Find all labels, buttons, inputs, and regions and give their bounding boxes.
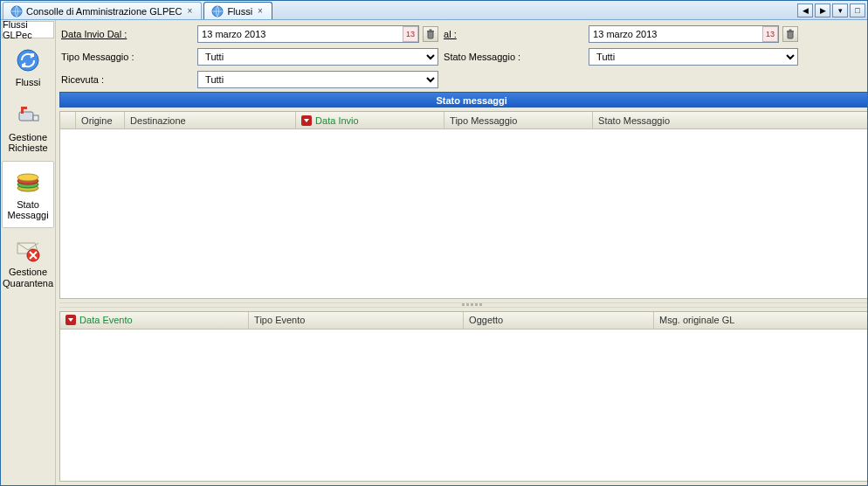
label-ricevuta: Ricevuta : xyxy=(61,74,192,85)
sidebar-item-stato-messaggi[interactable]: Stato Messaggi xyxy=(2,161,54,228)
tab-controls: ◀ ▶ ▾ □ xyxy=(797,3,865,17)
table-bottom-body xyxy=(60,330,868,481)
tab-consolle[interactable]: Consolle di Amministrazione GLPEC × xyxy=(3,2,202,19)
clear-date-from-button[interactable] xyxy=(423,26,438,42)
calendar-icon[interactable]: 13 xyxy=(403,26,418,42)
column-destinazione[interactable]: Destinazione xyxy=(125,112,296,128)
table-top: Origine Destinazione Data Invio Tipo Mes… xyxy=(59,111,868,299)
svg-rect-5 xyxy=(21,107,24,114)
column-data-invio[interactable]: Data Invio xyxy=(296,112,444,128)
sidebar-item-label: Stato Messaggi xyxy=(4,199,52,220)
tab-label: Consolle di Amministrazione GLPEC xyxy=(26,6,183,17)
dropdown-button[interactable]: ▾ xyxy=(832,3,848,17)
globe-icon xyxy=(10,5,23,17)
tab-bar: Consolle di Amministrazione GLPEC × Flus… xyxy=(1,1,867,20)
quarantine-icon xyxy=(14,236,42,264)
label-tipo-messaggio: Tipo Messaggio : xyxy=(61,52,192,62)
scroll-left-button[interactable]: ◀ xyxy=(797,3,813,17)
tables-column: Stato messaggi Origine Destinazione Data… xyxy=(56,92,868,485)
svg-rect-15 xyxy=(789,30,792,31)
column-data-evento[interactable]: Data Evento xyxy=(60,312,249,329)
sidebar-item-flussi[interactable]: Flussi xyxy=(1,39,55,94)
sidebar-item-label: Flussi xyxy=(16,77,41,87)
clear-date-to-button[interactable] xyxy=(782,26,798,42)
sidebar-item-gestione-richieste[interactable]: Gestione Richieste xyxy=(1,94,55,160)
column-origine[interactable]: Origine xyxy=(76,112,125,128)
section-title: Stato messaggi xyxy=(59,92,868,108)
calendar-icon[interactable]: 13 xyxy=(762,26,778,42)
column-tipo-evento[interactable]: Tipo Evento xyxy=(249,312,464,329)
sidebar: Flussi GLPec Flussi Gestione Richieste S… xyxy=(1,20,56,485)
date-from-input[interactable] xyxy=(197,25,419,43)
label-al: al : xyxy=(444,29,583,39)
svg-rect-6 xyxy=(24,107,27,109)
column-spacer[interactable] xyxy=(60,112,76,128)
column-tipo-messaggio[interactable]: Tipo Messaggio xyxy=(444,112,593,128)
svg-rect-12 xyxy=(427,31,434,32)
globe-icon xyxy=(211,5,224,17)
tab-label: Flussi xyxy=(227,6,252,17)
svg-rect-13 xyxy=(430,30,432,31)
stato-messaggio-select[interactable]: Tutti xyxy=(589,48,798,66)
maximize-button[interactable]: □ xyxy=(850,3,865,17)
svg-rect-4 xyxy=(33,115,38,121)
sidebar-title: Flussi GLPec xyxy=(2,21,54,38)
scroll-right-button[interactable]: ▶ xyxy=(815,3,830,17)
filter-row-1: Data Invio Dal : 13 al : xyxy=(56,20,868,92)
stack-disk-icon xyxy=(14,169,42,197)
ricevuta-select[interactable]: Tutti xyxy=(197,71,438,88)
tab-flussi[interactable]: Flussi × xyxy=(203,2,272,19)
mailbox-icon xyxy=(14,101,42,129)
sidebar-item-label: Gestione Richieste xyxy=(3,132,53,153)
main: Flussi GLPec Flussi Gestione Richieste S… xyxy=(1,20,867,485)
tab-list: Consolle di Amministrazione GLPEC × Flus… xyxy=(3,1,274,19)
tipo-messaggio-select[interactable]: Tutti xyxy=(197,48,438,66)
table-bottom: Data Evento Tipo Evento Oggetto Msg. ori… xyxy=(59,311,868,482)
table-top-headers: Origine Destinazione Data Invio Tipo Mes… xyxy=(60,112,868,129)
svg-point-10 xyxy=(17,174,38,181)
sort-desc-icon xyxy=(301,115,312,126)
horizontal-splitter[interactable] xyxy=(59,302,868,308)
refresh-globe-icon xyxy=(14,46,42,74)
svg-point-2 xyxy=(17,50,38,71)
column-stato-messaggio[interactable]: Stato Messaggio xyxy=(593,112,868,128)
column-oggetto[interactable]: Oggetto xyxy=(464,312,654,329)
label-data-invio-dal: Data Invio Dal : xyxy=(61,29,192,39)
svg-rect-14 xyxy=(787,31,794,32)
column-msg-originale[interactable]: Msg. originale GL xyxy=(654,312,868,329)
sidebar-item-label: Gestione Quarantena xyxy=(3,267,53,288)
close-icon[interactable]: × xyxy=(186,6,195,16)
sort-desc-icon xyxy=(65,315,76,325)
date-to-input[interactable] xyxy=(589,25,779,43)
body-split: Stato messaggi Origine Destinazione Data… xyxy=(56,92,868,485)
content: Data Invio Dal : 13 al : xyxy=(56,20,868,485)
table-bottom-headers: Data Evento Tipo Evento Oggetto Msg. ori… xyxy=(60,312,868,330)
label-stato-messaggio: Stato Messaggio : xyxy=(444,52,583,62)
table-top-body xyxy=(60,129,868,298)
sidebar-item-gestione-quarantena[interactable]: Gestione Quarantena xyxy=(1,229,55,295)
close-icon[interactable]: × xyxy=(256,6,265,16)
